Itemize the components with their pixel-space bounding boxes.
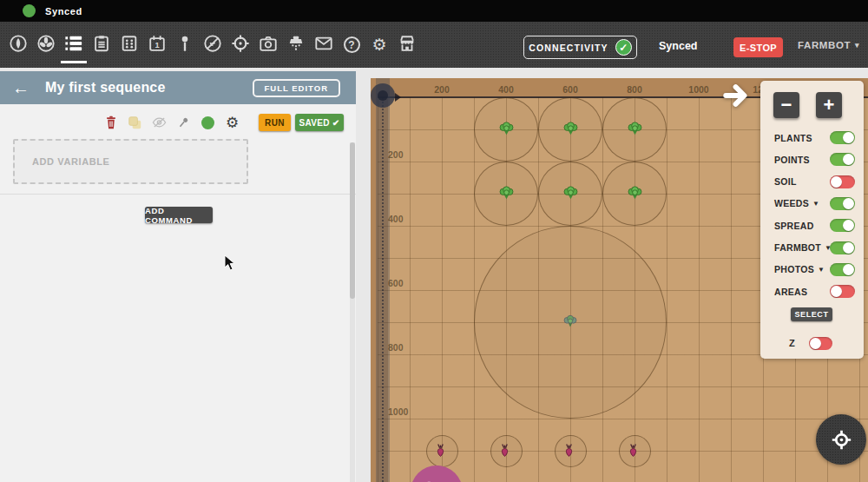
move-to-location-button[interactable] xyxy=(816,414,866,465)
add-variable-label: ADD VARIABLE xyxy=(32,156,110,167)
x-axis-tick: 1000 xyxy=(686,84,712,95)
tab-move[interactable] xyxy=(230,22,251,68)
seeds-icon xyxy=(9,34,28,56)
sequence-toolbar: ⚙ xyxy=(0,113,344,132)
connectivity-check-icon: ✓ xyxy=(615,39,632,56)
hide-icon[interactable] xyxy=(152,115,167,130)
sync-status-text: Synced xyxy=(45,6,82,17)
color-icon[interactable] xyxy=(201,115,215,130)
x-axis-tick: 400 xyxy=(493,84,519,95)
map-plant-beet[interactable] xyxy=(563,443,575,461)
tab-photos[interactable] xyxy=(258,22,279,68)
tab-crops[interactable] xyxy=(36,22,56,68)
sequence-panel-header: ← My first sequence FULL EDITOR xyxy=(0,71,356,104)
add-variable-box[interactable]: ADD VARIABLE xyxy=(13,139,248,184)
map-plant-beet[interactable] xyxy=(628,443,639,461)
layer-toggle-points[interactable] xyxy=(830,153,855,166)
layer-row-plants: PLANTS xyxy=(760,127,864,149)
run-button[interactable]: RUN xyxy=(259,114,291,131)
estop-button[interactable]: E-STOP xyxy=(733,37,783,57)
zoom-in-button[interactable]: + xyxy=(816,92,842,118)
map-plant-beet[interactable] xyxy=(499,443,510,461)
tab-seeds[interactable] xyxy=(8,22,29,68)
scrollbar-thumb[interactable] xyxy=(350,142,355,299)
tab-regimens[interactable] xyxy=(91,22,112,68)
saved-button[interactable]: SAVED ✔ xyxy=(295,114,344,131)
tab-tools[interactable] xyxy=(286,22,306,68)
tab-weeds[interactable] xyxy=(202,22,223,68)
account-menu[interactable]: FARMBOT ▾ xyxy=(798,40,859,50)
scrollbar[interactable] xyxy=(350,142,355,482)
map-pan-right-arrow-icon[interactable] xyxy=(722,81,752,110)
y-axis-tick: 1000 xyxy=(388,406,418,417)
zoom-out-button[interactable]: − xyxy=(773,92,799,118)
chevron-down-icon[interactable]: ▼ xyxy=(812,200,819,208)
map-plant-beet[interactable] xyxy=(435,443,446,461)
profile-chart-icon xyxy=(424,479,450,482)
divider xyxy=(0,194,356,195)
tab-points[interactable] xyxy=(174,22,195,68)
tab-sequences[interactable] xyxy=(63,22,84,68)
layer-toggle-photos[interactable] xyxy=(830,263,855,276)
map-plant-lettuce[interactable] xyxy=(499,186,514,204)
copy-icon[interactable] xyxy=(128,115,142,130)
regimens-icon xyxy=(92,34,111,56)
nav-sync-status: Synced xyxy=(659,40,697,52)
tab-help[interactable]: ? xyxy=(341,22,362,68)
settings-icon[interactable]: ⚙ xyxy=(225,115,240,130)
map-plant-lettuce[interactable] xyxy=(628,122,642,140)
full-editor-button[interactable]: FULL EDITOR xyxy=(253,79,340,97)
tab-shop[interactable] xyxy=(397,22,418,68)
tab-calendar[interactable]: 1 xyxy=(147,22,168,68)
farm-events-icon xyxy=(120,34,139,56)
account-label: FARMBOT xyxy=(798,40,851,50)
calendar-icon: 1 xyxy=(148,34,167,56)
points-icon xyxy=(175,34,194,56)
layer-row-soil: SOIL xyxy=(760,171,864,193)
add-command-button[interactable]: ADD COMMAND xyxy=(145,207,213,223)
layer-toggle-areas[interactable] xyxy=(830,285,855,298)
select-mode-button[interactable]: SELECT xyxy=(791,307,832,321)
sequence-panel: ← My first sequence FULL EDITOR ⚙ RUN SA… xyxy=(0,68,356,482)
y-axis-tick: 800 xyxy=(388,342,418,353)
connectivity-button[interactable]: CONNECTIVITY ✓ xyxy=(523,36,637,59)
layer-row-photos: PHOTOS▼ xyxy=(760,259,864,281)
messages-icon xyxy=(314,34,333,56)
map-plant-lettuce[interactable] xyxy=(628,186,642,204)
map-plant-lettuce[interactable] xyxy=(499,122,514,140)
help-icon: ? xyxy=(344,36,360,54)
nav-icons: 1?⚙ xyxy=(8,22,418,68)
tab-messages[interactable] xyxy=(313,22,334,68)
chevron-down-icon[interactable]: ▼ xyxy=(818,266,825,274)
layer-toggle-spread[interactable] xyxy=(830,219,855,232)
y-axis-tick: 400 xyxy=(388,214,418,224)
tab-settings[interactable]: ⚙ xyxy=(369,22,390,68)
layer-toggle-farmbot[interactable] xyxy=(830,241,855,254)
sync-status-dot xyxy=(23,4,36,17)
back-arrow-icon[interactable]: ← xyxy=(12,79,30,96)
pin-icon[interactable] xyxy=(176,115,191,130)
map-plant-cabbage[interactable] xyxy=(563,314,577,332)
delete-icon[interactable] xyxy=(103,115,118,130)
chevron-down-icon: ▾ xyxy=(855,41,859,50)
sequence-panel-body: ⚙ RUN SAVED ✔ ADD VARIABLE ADD COMMAND xyxy=(0,104,356,482)
layer-toggle-weeds[interactable] xyxy=(830,197,855,210)
sequences-icon xyxy=(64,34,83,56)
photos-icon xyxy=(259,34,278,56)
map-plant-lettuce[interactable] xyxy=(563,122,578,140)
layer-label: SOIL xyxy=(774,176,797,187)
farmbot-toolhead[interactable] xyxy=(371,83,395,108)
layer-label: SPREAD xyxy=(774,221,814,231)
layer-label: POINTS xyxy=(774,155,810,165)
status-bar: Synced xyxy=(0,0,868,22)
svg-text:1: 1 xyxy=(155,41,159,50)
z-layer-toggle[interactable] xyxy=(809,337,832,350)
map-layers-panel: − + PLANTSPOINTSSOILWEEDS▼SPREADFARMBOT▼… xyxy=(760,81,864,359)
garden-map[interactable]: 200400600800100012002004006008001000 − +… xyxy=(371,78,868,482)
tab-farm-events[interactable] xyxy=(119,22,140,68)
map-plant-lettuce[interactable] xyxy=(563,186,578,204)
layer-toggle-soil[interactable] xyxy=(830,175,855,188)
layer-toggle-plants[interactable] xyxy=(830,131,855,144)
crosshair-target-icon xyxy=(830,428,853,452)
x-axis-arrow-icon xyxy=(395,93,401,102)
